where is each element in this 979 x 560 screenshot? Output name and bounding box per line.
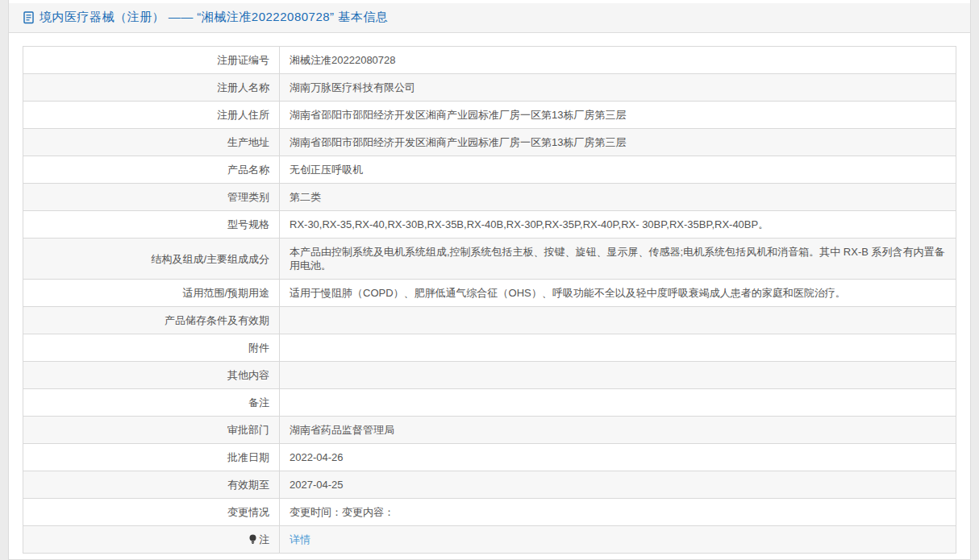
table-row: 产品名称 无创正压呼吸机 [23, 156, 956, 184]
table-row: 型号规格 RX-30,RX-35,RX-40,RX-30B,RX-35B,RX-… [23, 211, 956, 239]
row-label: 有效期至 [23, 471, 280, 499]
row-label: 生产地址 [23, 129, 280, 156]
table-row: 变更情况 变更时间：变更内容： [23, 499, 956, 526]
page-header: 境内医疗器械（注册） —— “湘械注准20222080728” 基本信息 [9, 3, 970, 33]
table-row: 管理类别 第二类 [23, 184, 956, 211]
row-value [280, 307, 956, 334]
table-row: 其他内容 [23, 362, 956, 389]
note-label-text: 注 [259, 533, 269, 545]
row-value: 湖南万脉医疗科技有限公司 [280, 74, 956, 102]
table-row: 生产地址 湖南省邵阳市邵阳经济开发区湘商产业园标准厂房一区第13栋厂房第三层 [23, 129, 956, 156]
row-label: 审批部门 [23, 417, 280, 444]
row-value: 本产品由控制系统及电机系统组成,控制系统包括主板、按键、旋钮、显示屏、传感器;电… [280, 239, 956, 280]
row-value [280, 362, 956, 389]
details-link[interactable]: 详情 [290, 533, 310, 545]
lightbulb-icon [248, 534, 257, 545]
registration-info-table-wrap: 注册证编号 湘械注准20222080728 注册人名称 湖南万脉医疗科技有限公司… [9, 33, 970, 560]
row-value: 2022-04-26 [280, 444, 956, 471]
row-value: 湘械注准20222080728 [280, 47, 956, 74]
row-label: 批准日期 [23, 444, 280, 471]
table-row: 适用范围/预期用途 适用于慢阻肺（COPD）、肥胖低通气综合征（OHS）、呼吸功… [23, 280, 956, 307]
registration-info-table: 注册证编号 湘械注准20222080728 注册人名称 湖南万脉医疗科技有限公司… [23, 46, 956, 554]
table-row: 产品储存条件及有效期 [23, 307, 956, 334]
row-value: 2027-04-25 [280, 471, 956, 499]
row-label: 其他内容 [23, 362, 280, 389]
table-row: 备注 [23, 389, 956, 417]
row-label: 注册人名称 [23, 74, 280, 102]
row-label: 备注 [23, 389, 280, 417]
row-value: 变更时间：变更内容： [280, 499, 956, 526]
table-row: 注册人住所 湖南省邵阳市邵阳经济开发区湘商产业园标准厂房一区第13栋厂房第三层 [23, 102, 956, 129]
table-row-note: 注 详情 [23, 526, 956, 554]
row-label: 型号规格 [23, 211, 280, 239]
table-row: 注册证编号 湘械注准20222080728 [23, 47, 956, 74]
table-row: 注册人名称 湖南万脉医疗科技有限公司 [23, 74, 956, 102]
table-row: 结构及组成/主要组成成分 本产品由控制系统及电机系统组成,控制系统包括主板、按键… [23, 239, 956, 280]
row-value: 无创正压呼吸机 [280, 156, 956, 184]
row-value [280, 334, 956, 362]
table-row: 附件 [23, 334, 956, 362]
row-label: 结构及组成/主要组成成分 [23, 239, 280, 280]
page-title: 境内医疗器械（注册） —— “湘械注准20222080728” 基本信息 [40, 10, 388, 25]
content-panel: 境内医疗器械（注册） —— “湘械注准20222080728” 基本信息 注册证… [8, 0, 971, 560]
document-icon [23, 11, 35, 24]
row-label: 注册证编号 [23, 47, 280, 74]
row-label: 注册人住所 [23, 102, 280, 129]
table-row: 有效期至 2027-04-25 [23, 471, 956, 499]
row-value: RX-30,RX-35,RX-40,RX-30B,RX-35B,RX-40B,R… [280, 211, 956, 239]
row-label-note: 注 [23, 526, 280, 554]
row-label: 产品名称 [23, 156, 280, 184]
row-label: 变更情况 [23, 499, 280, 526]
row-value: 湖南省药品监督管理局 [280, 417, 956, 444]
row-label: 附件 [23, 334, 280, 362]
row-value: 湖南省邵阳市邵阳经济开发区湘商产业园标准厂房一区第13栋厂房第三层 [280, 129, 956, 156]
row-label: 产品储存条件及有效期 [23, 307, 280, 334]
row-value: 湖南省邵阳市邵阳经济开发区湘商产业园标准厂房一区第13栋厂房第三层 [280, 102, 956, 129]
row-value: 适用于慢阻肺（COPD）、肥胖低通气综合征（OHS）、呼吸功能不全以及轻中度呼吸… [280, 280, 956, 307]
table-row: 批准日期 2022-04-26 [23, 444, 956, 471]
row-value: 第二类 [280, 184, 956, 211]
row-label: 适用范围/预期用途 [23, 280, 280, 307]
row-label: 管理类别 [23, 184, 280, 211]
row-value [280, 389, 956, 417]
row-value-note: 详情 [280, 526, 956, 554]
table-row: 审批部门 湖南省药品监督管理局 [23, 417, 956, 444]
